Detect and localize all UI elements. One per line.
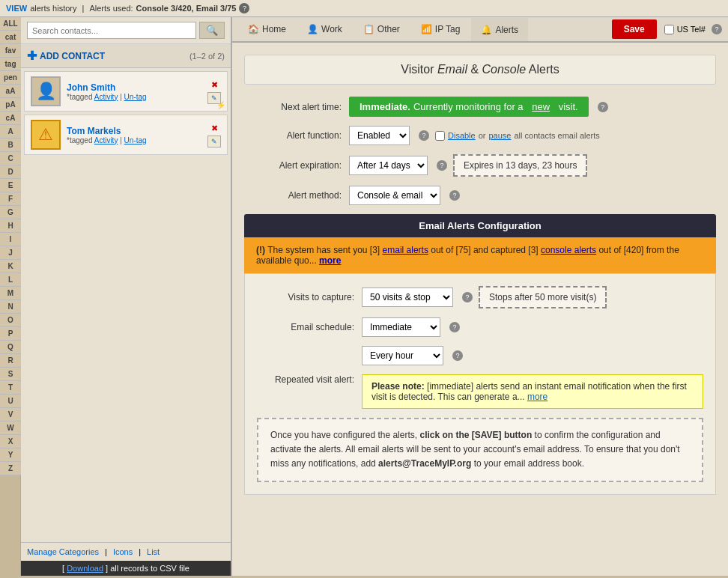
- tab-iptag[interactable]: 📶 IP Tag: [411, 17, 470, 41]
- sidebar-item-all[interactable]: ALL: [0, 17, 21, 31]
- activity-link[interactable]: Activity: [94, 136, 118, 144]
- next-alert-help-icon[interactable]: ?: [598, 102, 608, 112]
- contact-count: (1–2 of 2): [189, 52, 225, 61]
- sidebar-item-q[interactable]: Q: [0, 341, 21, 354]
- sidebar-item-u[interactable]: U: [0, 395, 21, 408]
- immediate-text: Immediate.: [360, 101, 410, 112]
- email-schedule-help-icon[interactable]: ?: [449, 322, 460, 332]
- search-input[interactable]: [27, 22, 196, 39]
- warning-more-link[interactable]: more: [319, 255, 341, 266]
- avatar: 👤 ⚡: [31, 76, 61, 106]
- tab-work[interactable]: 👤 Work: [297, 17, 352, 41]
- alert-method-select[interactable]: Console & email Console only Email only: [349, 186, 440, 205]
- download-link[interactable]: Download: [67, 564, 103, 573]
- email-alerts-link[interactable]: email alerts: [383, 245, 428, 255]
- pause-link[interactable]: pause: [488, 131, 511, 140]
- sidebar-item-tag[interactable]: tag: [0, 58, 21, 71]
- tab-alerts[interactable]: 🔔 Alerts: [471, 18, 528, 41]
- sidebar-item-h[interactable]: H: [0, 219, 21, 233]
- manage-categories-link[interactable]: Manage Categories: [27, 547, 99, 556]
- untag-link[interactable]: Un-tag: [124, 93, 147, 101]
- sidebar-item-o[interactable]: O: [0, 314, 21, 327]
- untag-link[interactable]: Un-tag: [124, 136, 147, 144]
- info-box: Once you have configured the alerts, cli…: [257, 418, 703, 482]
- us-tel-label: US Tel#: [677, 25, 706, 34]
- console-alerts-link[interactable]: console alerts: [541, 245, 596, 255]
- plus-icon: ✚: [27, 49, 37, 63]
- add-contact-button[interactable]: ✚ ADD CONTACT: [27, 49, 105, 63]
- work-icon: 👤: [307, 24, 318, 34]
- list-link[interactable]: List: [147, 547, 160, 556]
- sidebar-item-fav[interactable]: fav: [0, 44, 21, 58]
- sidebar-item-d[interactable]: D: [0, 165, 21, 179]
- sidebar-item-a[interactable]: A: [0, 125, 21, 139]
- sidebar-item-w[interactable]: W: [0, 422, 21, 435]
- contact-name[interactable]: John Smith: [67, 82, 201, 93]
- sidebar-item-k[interactable]: K: [0, 260, 21, 273]
- tab-other-label: Other: [377, 24, 400, 34]
- sidebar-item-ca[interactable]: cA: [0, 112, 21, 125]
- save-button[interactable]: Save: [612, 19, 657, 39]
- delete-contact-button[interactable]: ✖: [207, 79, 221, 91]
- tab-other[interactable]: 📋 Other: [354, 17, 410, 41]
- sidebar-item-aa[interactable]: aA: [0, 85, 21, 98]
- email-schedule-select[interactable]: Immediate Every 15 min Every 30 min Ever…: [362, 317, 440, 337]
- us-tel-help-icon[interactable]: ?: [712, 24, 722, 34]
- sidebar-item-b[interactable]: B: [0, 139, 21, 152]
- repeat-schedule-help-icon[interactable]: ?: [452, 350, 463, 361]
- sidebar-item-l[interactable]: L: [0, 273, 21, 287]
- contact-panel: 🔍 ✚ ADD CONTACT (1–2 of 2) 👤 ⚡ John Smit…: [21, 17, 232, 576]
- alert-function-select[interactable]: Enabled Disabled: [349, 126, 410, 145]
- note-more-link[interactable]: more: [527, 392, 547, 402]
- alert-expiration-row: Alert expiration: After 14 days After 7 …: [244, 154, 716, 177]
- sidebar-item-g[interactable]: G: [0, 206, 21, 219]
- alert-expiration-label: Alert expiration:: [244, 160, 342, 171]
- sidebar-item-s[interactable]: S: [0, 368, 21, 381]
- disable-link[interactable]: Disable: [448, 131, 476, 140]
- sidebar-item-m[interactable]: M: [0, 287, 21, 300]
- alert-expiration-help-icon[interactable]: ?: [437, 160, 447, 171]
- alert-function-help-icon[interactable]: ?: [419, 130, 429, 141]
- sidebar-item-p[interactable]: P: [0, 327, 21, 341]
- alerts-used-value: Console 3/420, Email 3/75: [136, 4, 237, 13]
- icons-link[interactable]: Icons: [113, 547, 133, 556]
- page-title-email: Email: [437, 63, 467, 76]
- disable-checkbox[interactable]: [435, 131, 445, 141]
- alerts-help-icon[interactable]: ?: [239, 3, 249, 13]
- activity-link[interactable]: Activity: [94, 93, 118, 101]
- sidebar-item-i[interactable]: I: [0, 233, 21, 246]
- sidebar-item-t[interactable]: T: [0, 381, 21, 395]
- alerts-used-label: Alerts used:: [89, 4, 133, 13]
- sidebar-item-y[interactable]: Y: [0, 448, 21, 462]
- sidebar-item-cat[interactable]: cat: [0, 31, 21, 44]
- sidebar-item-e[interactable]: E: [0, 179, 21, 192]
- sidebar-item-pen[interactable]: pen: [0, 71, 21, 85]
- search-button[interactable]: 🔍: [199, 22, 225, 39]
- info-text-1: Once you have configured the alerts,: [270, 430, 419, 440]
- repeat-schedule-select[interactable]: Every hour Every 2 hours Every day: [362, 346, 443, 365]
- email-schedule-row: Email schedule: Immediate Every 15 min E…: [257, 317, 703, 337]
- view-link[interactable]: VIEW: [6, 4, 27, 13]
- right-main: 🏠 Home 👤 Work 📋 Other 📶 IP Tag 🔔 Alerts …: [232, 17, 728, 576]
- visits-select[interactable]: 50 visits & stop 100 visits & stop Unlim…: [362, 288, 453, 307]
- sidebar-item-pa[interactable]: pA: [0, 98, 21, 112]
- sidebar-item-x[interactable]: X: [0, 435, 21, 448]
- info-text-3: to your email address book.: [474, 458, 584, 469]
- sidebar-item-r[interactable]: R: [0, 354, 21, 368]
- tab-home[interactable]: 🏠 Home: [238, 17, 296, 41]
- visits-help-icon[interactable]: ?: [462, 292, 473, 302]
- edit-contact-button[interactable]: ✎: [207, 136, 221, 147]
- next-alert-row: Next alert time: Immediate. Currently mo…: [244, 97, 716, 117]
- alert-expiration-select[interactable]: After 14 days After 7 days After 30 days…: [349, 156, 428, 175]
- sidebar-item-v[interactable]: V: [0, 408, 21, 422]
- us-tel-checkbox-input[interactable]: [664, 25, 674, 34]
- sidebar-item-n[interactable]: N: [0, 300, 21, 314]
- sidebar-item-c[interactable]: C: [0, 152, 21, 165]
- contact-name[interactable]: Tom Markels: [67, 126, 201, 136]
- visits-label: Visits to capture:: [257, 292, 354, 302]
- delete-contact-button[interactable]: ✖: [207, 122, 221, 134]
- alert-method-help-icon[interactable]: ?: [449, 190, 460, 201]
- sidebar-item-j[interactable]: J: [0, 246, 21, 260]
- sidebar-item-f[interactable]: F: [0, 192, 21, 206]
- sidebar-item-z[interactable]: Z: [0, 462, 21, 475]
